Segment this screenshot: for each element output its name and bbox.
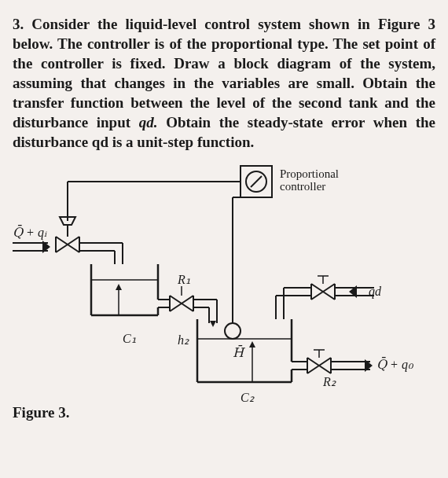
float-sensor xyxy=(225,323,241,339)
diagram-svg: Proportional controller Q̄ + qᵢ C₁ xyxy=(13,162,437,421)
controller-label-line2: controller xyxy=(280,180,325,193)
h2-label: h₂ xyxy=(178,333,189,347)
tank1-capacity: C₁ xyxy=(123,332,136,345)
resistance2-label: R₂ xyxy=(322,375,336,388)
disturbance-label: qd xyxy=(369,285,382,299)
resistance1-label: R₁ xyxy=(177,273,190,286)
controller-label-line1: Proportional xyxy=(280,167,339,180)
r2-valve xyxy=(307,358,331,373)
hbar-arrowhead xyxy=(249,341,255,347)
system-diagram: Proportional controller Q̄ + qᵢ C₁ xyxy=(13,162,435,421)
drop-arrow xyxy=(210,321,216,327)
qd-valve xyxy=(311,284,335,300)
variable-qd: qd. xyxy=(139,114,158,131)
inflow-label: Q̄ + qᵢ xyxy=(13,225,47,240)
tank2-capacity: C₂ xyxy=(241,391,255,404)
hbar-label: H̄ xyxy=(233,345,245,359)
tank1-level-arrowhead xyxy=(116,284,122,290)
problem-statement: 3. Consider the liquid-level control sys… xyxy=(13,14,435,153)
inflow-valve xyxy=(56,237,79,252)
figure-caption: Figure 3. xyxy=(13,404,69,421)
r1-valve xyxy=(170,296,193,311)
problem-number: 3. xyxy=(13,16,24,32)
outflow-label: Q̄ + q₀ xyxy=(376,357,414,372)
controller-pointer xyxy=(251,176,262,187)
